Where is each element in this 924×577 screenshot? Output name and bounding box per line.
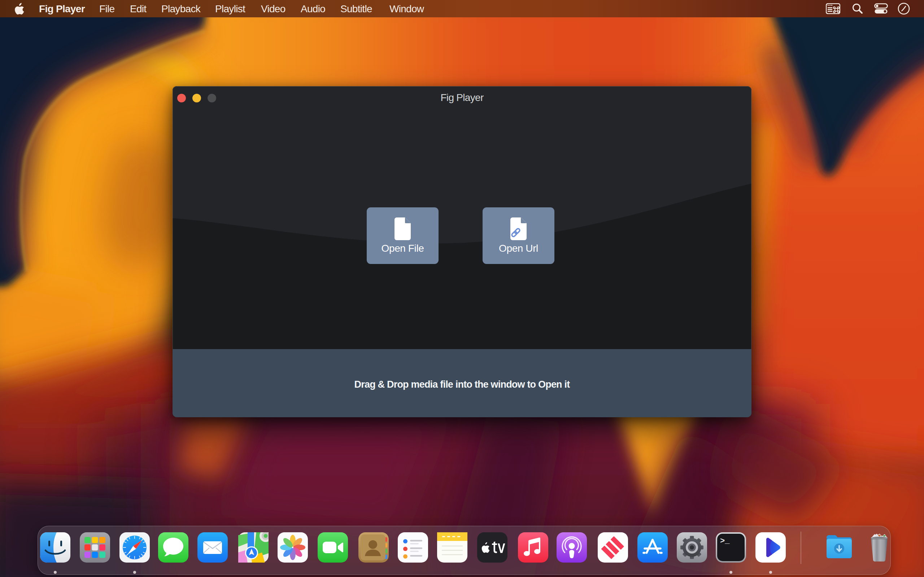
svg-text:>_: >_ [720,537,730,546]
